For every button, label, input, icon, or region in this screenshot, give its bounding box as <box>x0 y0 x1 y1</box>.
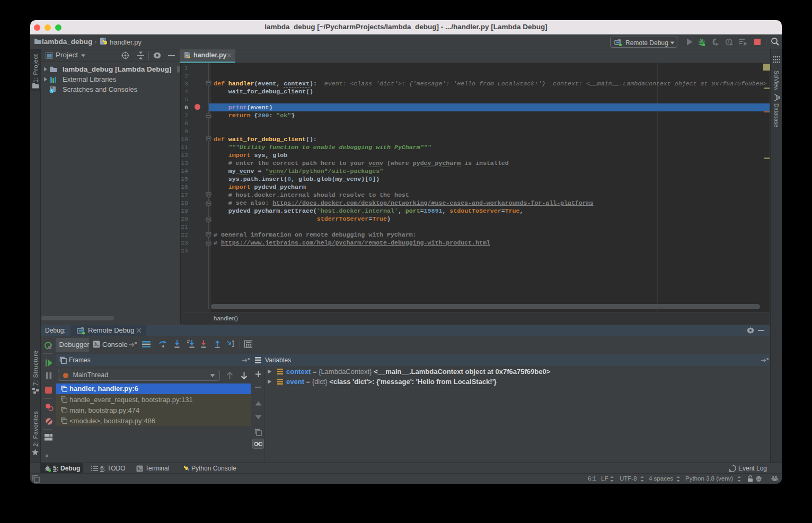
svg-text:?: ? <box>776 478 779 482</box>
